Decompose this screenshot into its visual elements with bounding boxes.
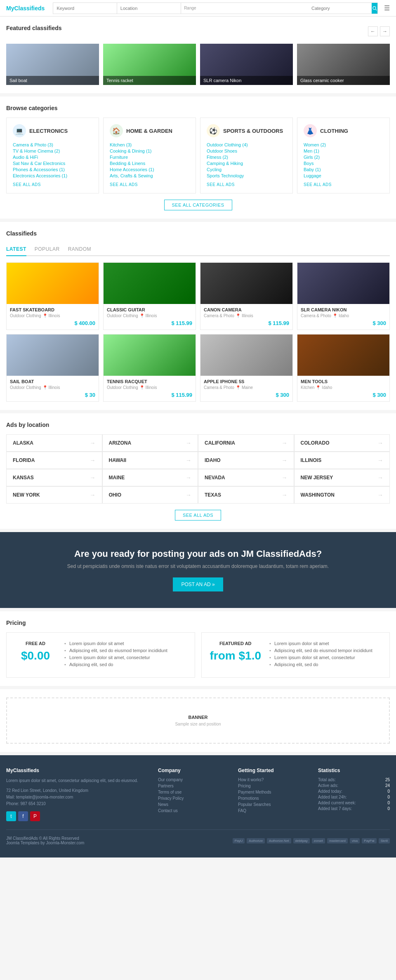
cat-link[interactable]: Audio & HiFi bbox=[13, 155, 92, 160]
item-card-slr[interactable]: SLR CAMERA NIKON Camera & Photo 📍 Idaho … bbox=[297, 262, 390, 330]
cat-link[interactable]: Men (1) bbox=[304, 148, 383, 153]
stat-value-active: 24 bbox=[385, 783, 390, 788]
cat-link[interactable]: Outdoor Clothing (4) bbox=[207, 142, 286, 147]
cat-link[interactable]: Cycling bbox=[207, 167, 286, 172]
cat-link[interactable]: Boys bbox=[304, 161, 383, 166]
pinterest-icon[interactable]: P bbox=[30, 811, 40, 821]
footer-link[interactable]: How it works? bbox=[238, 777, 310, 782]
location-hawaii[interactable]: HAWAII→ bbox=[102, 452, 198, 469]
tab-popular[interactable]: POPULAR bbox=[35, 243, 60, 256]
footer-link[interactable]: Contact us bbox=[158, 808, 230, 813]
cat-link[interactable]: Electronics Accessories (1) bbox=[13, 173, 92, 178]
arrow-icon: → bbox=[90, 492, 96, 498]
item-card-iphone[interactable]: APPLE IPHONE 5S Camera & Photo 📍 Maine $… bbox=[200, 334, 293, 402]
item-card-tools[interactable]: MEN TOOLS Kitchen 📍 Idaho $ 300 bbox=[297, 334, 390, 402]
footer-link[interactable]: Promotions bbox=[238, 796, 310, 801]
cat-link[interactable]: Sat Nav & Car Electronics bbox=[13, 161, 92, 166]
category-input[interactable] bbox=[308, 3, 372, 14]
location-california[interactable]: CALIFORNIA→ bbox=[198, 434, 294, 452]
see-all-electronics[interactable]: SEE ALL ADS bbox=[13, 182, 92, 187]
cat-link[interactable]: Home Accessories (1) bbox=[110, 167, 189, 172]
location-colorado[interactable]: COLORADO→ bbox=[294, 434, 390, 452]
arrow-icon: → bbox=[186, 440, 191, 446]
featured-item-tennis[interactable]: Tennis racket bbox=[103, 44, 196, 85]
footer-link[interactable]: Partners bbox=[158, 784, 230, 788]
location-new-jersey[interactable]: NEW JERSEY→ bbox=[294, 469, 390, 486]
item-title-skateboard: FAST SKATEBOARD bbox=[10, 307, 95, 312]
location-input[interactable] bbox=[117, 3, 181, 14]
featured-item-camera[interactable]: SLR camera Nikon bbox=[200, 44, 293, 85]
cat-link[interactable]: Camera & Photo (3) bbox=[13, 142, 92, 147]
cat-link[interactable]: Furniture bbox=[110, 155, 189, 160]
item-meta-slr: Camera & Photo 📍 Idaho bbox=[301, 313, 386, 318]
cat-link[interactable]: Baby (1) bbox=[304, 167, 383, 172]
location-new-york[interactable]: NEW YORK→ bbox=[6, 486, 102, 504]
cat-link[interactable]: Arts, Crafts & Sewing bbox=[110, 173, 189, 178]
item-card-guitar[interactable]: CLASSIC GUITAR Outdoor Clothing 📍 Illino… bbox=[103, 262, 196, 330]
prev-arrow[interactable]: ← bbox=[368, 26, 378, 36]
location-alaska[interactable]: ALASKA→ bbox=[6, 434, 102, 452]
item-card-sailboat[interactable]: SAIL BOAT Outdoor Clothing 📍 Illinois $ … bbox=[6, 334, 99, 402]
cat-link[interactable]: Luggage bbox=[304, 173, 383, 178]
location-texas[interactable]: TEXAS→ bbox=[198, 486, 294, 504]
location-idaho[interactable]: IDAHO→ bbox=[198, 452, 294, 469]
footer-link[interactable]: Privacy Policy bbox=[158, 796, 230, 801]
footer-link[interactable]: Pricing bbox=[238, 784, 310, 788]
tab-random[interactable]: RANDOM bbox=[68, 243, 91, 256]
cat-link[interactable]: Camping & Hiking bbox=[207, 161, 286, 166]
arrow-icon: → bbox=[282, 492, 288, 498]
footer-link[interactable]: Popular Searches bbox=[238, 802, 310, 807]
cat-link[interactable]: TV & Home Cinema (2) bbox=[13, 148, 92, 153]
item-card-skateboard[interactable]: FAST SKATEBOARD Outdoor Clothing 📍 Illin… bbox=[6, 262, 99, 330]
featured-item-sailboat[interactable]: Sail boat bbox=[6, 44, 99, 85]
cat-link[interactable]: Cooking & Dining (1) bbox=[110, 148, 189, 153]
see-all-categories-button[interactable]: SEE ALL CATEGORIES bbox=[164, 200, 232, 210]
see-all-clothing[interactable]: SEE ALL ADS bbox=[304, 182, 383, 187]
location-arizona[interactable]: ARIZONA→ bbox=[102, 434, 198, 452]
location-illinois[interactable]: ILLINOIS→ bbox=[294, 452, 390, 469]
cat-links-clothing: Women (2) Men (1) Girls (2) Boys Baby (1… bbox=[304, 142, 383, 178]
location-maine[interactable]: MAINE→ bbox=[102, 469, 198, 486]
location-kansas[interactable]: KANSAS→ bbox=[6, 469, 102, 486]
item-card-canon[interactable]: CANON CAMERA Camera & Photo 📍 Illinois $… bbox=[200, 262, 293, 330]
see-all-home[interactable]: SEE ALL ADS bbox=[110, 182, 189, 187]
footer-template-by: Joomla Templates by Joomla-Monster.com bbox=[6, 841, 84, 845]
featured-item-cooker[interactable]: Glass ceramic cooker bbox=[297, 44, 390, 85]
location-ohio[interactable]: OHIO→ bbox=[102, 486, 198, 504]
cat-link[interactable]: Kitchen (3) bbox=[110, 142, 189, 147]
see-all-ads-button[interactable]: SEE ALL ADS bbox=[175, 510, 221, 521]
footer-grid: MyClassifieds Lorem ipsum dolor sit amet… bbox=[6, 768, 390, 821]
footer-link[interactable]: News bbox=[158, 802, 230, 807]
footer-link[interactable]: Terms of use bbox=[158, 790, 230, 794]
location-florida[interactable]: FLORIDA→ bbox=[6, 452, 102, 469]
cat-link[interactable]: Bedding & Linens bbox=[110, 161, 189, 166]
arrow-icon: → bbox=[90, 440, 96, 446]
cat-link[interactable]: Fitness (2) bbox=[207, 155, 286, 160]
footer-link[interactable]: Our company bbox=[158, 777, 230, 782]
search-button[interactable] bbox=[372, 3, 377, 14]
footer-link[interactable]: Payment Methods bbox=[238, 790, 310, 794]
hamburger-menu[interactable]: ☰ bbox=[384, 4, 390, 12]
cat-link[interactable]: Phones & Accessories (1) bbox=[13, 167, 92, 172]
location-nevada[interactable]: NEVADA→ bbox=[198, 469, 294, 486]
footer-link[interactable]: FAQ bbox=[238, 808, 310, 813]
footer: MyClassifieds Lorem ipsum dolor sit amet… bbox=[0, 755, 396, 858]
stat-total: Total ads: 25 bbox=[318, 777, 390, 782]
twitter-icon[interactable]: t bbox=[6, 811, 16, 821]
cat-link[interactable]: Outdoor Shoes bbox=[207, 148, 286, 153]
tab-latest[interactable]: LATEST bbox=[6, 243, 26, 256]
payment-payu: PayU bbox=[233, 838, 245, 843]
location-washington[interactable]: WASHINGTON→ bbox=[294, 486, 390, 504]
facebook-icon[interactable]: f bbox=[18, 811, 28, 821]
item-img-guitar bbox=[104, 263, 196, 304]
item-price-tennis: $ 115.99 bbox=[107, 392, 192, 398]
keyword-input[interactable] bbox=[53, 3, 117, 14]
cat-link[interactable]: Sports Technology bbox=[207, 173, 286, 178]
item-card-tennis[interactable]: TENNIS RACQUET Outdoor Clothing 📍 Illino… bbox=[103, 334, 196, 402]
post-ad-button[interactable]: POST AN AD » bbox=[173, 577, 223, 591]
next-arrow[interactable]: → bbox=[380, 26, 390, 36]
cat-name-sports: SPORTS & OUTDOORS bbox=[223, 128, 283, 134]
cat-link[interactable]: Girls (2) bbox=[304, 155, 383, 160]
cat-link[interactable]: Women (2) bbox=[304, 142, 383, 147]
see-all-sports[interactable]: SEE ALL ADS bbox=[207, 182, 286, 187]
